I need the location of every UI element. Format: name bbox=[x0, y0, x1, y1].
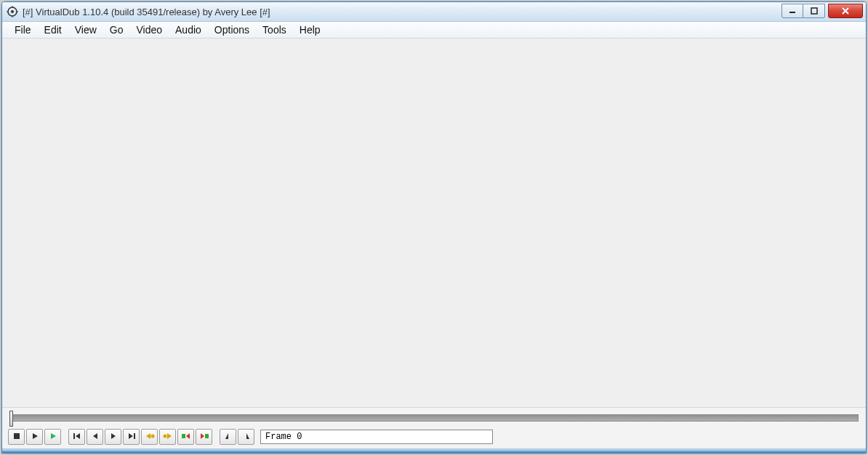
minimize-button[interactable] bbox=[781, 4, 803, 18]
svg-marker-24 bbox=[186, 433, 190, 439]
step-back-icon bbox=[91, 432, 100, 443]
menu-go[interactable]: Go bbox=[103, 23, 130, 37]
menu-options[interactable]: Options bbox=[208, 23, 256, 37]
mark-out-button[interactable] bbox=[238, 429, 254, 445]
svg-rect-23 bbox=[182, 434, 185, 438]
app-window: [#] VirtualDub 1.10.4 (build 35491/relea… bbox=[1, 1, 867, 454]
step-forward-button[interactable] bbox=[105, 429, 121, 445]
play-icon bbox=[31, 432, 39, 443]
menu-audio[interactable]: Audio bbox=[169, 23, 208, 37]
scene-next-icon bbox=[199, 432, 209, 443]
menu-edit[interactable]: Edit bbox=[38, 23, 68, 37]
svg-rect-26 bbox=[205, 434, 209, 438]
close-button[interactable] bbox=[828, 4, 863, 18]
frame-display: Frame 0 bbox=[260, 430, 493, 444]
caption-buttons bbox=[781, 4, 863, 18]
svg-marker-15 bbox=[93, 433, 97, 439]
playback-toolbar: Frame 0 bbox=[2, 427, 866, 448]
svg-rect-10 bbox=[14, 433, 20, 439]
svg-marker-14 bbox=[76, 433, 80, 439]
svg-marker-19 bbox=[146, 433, 150, 439]
svg-point-1 bbox=[11, 10, 14, 13]
scene-prev-button[interactable] bbox=[177, 429, 194, 445]
menubar: File Edit View Go Video Audio Options To… bbox=[2, 22, 866, 39]
frame-label: Frame 0 bbox=[265, 432, 302, 442]
timeline bbox=[2, 408, 866, 427]
menu-help[interactable]: Help bbox=[293, 23, 327, 37]
svg-point-21 bbox=[163, 434, 166, 438]
seek-start-button[interactable] bbox=[68, 429, 85, 445]
menu-view[interactable]: View bbox=[68, 23, 103, 37]
svg-marker-12 bbox=[51, 433, 56, 439]
play-output-icon bbox=[49, 432, 57, 443]
menu-tools[interactable]: Tools bbox=[256, 23, 293, 37]
window-title: [#] VirtualDub 1.10.4 (build 35491/relea… bbox=[23, 7, 781, 17]
video-panes bbox=[2, 39, 866, 408]
play-input-button[interactable] bbox=[26, 429, 43, 445]
window-border-bottom bbox=[2, 448, 866, 453]
timeline-thumb[interactable] bbox=[9, 411, 13, 427]
menu-video[interactable]: Video bbox=[129, 23, 169, 37]
svg-marker-25 bbox=[201, 433, 204, 439]
step-back-button[interactable] bbox=[87, 429, 103, 445]
menu-file[interactable]: File bbox=[8, 23, 38, 37]
scene-next-button[interactable] bbox=[196, 429, 212, 445]
seek-end-icon bbox=[127, 432, 136, 443]
step-forward-icon bbox=[109, 432, 118, 443]
timeline-track[interactable] bbox=[9, 414, 859, 422]
svg-rect-13 bbox=[73, 433, 75, 439]
stop-button[interactable] bbox=[8, 429, 25, 445]
key-prev-icon bbox=[145, 432, 155, 443]
seek-start-icon bbox=[73, 432, 81, 443]
key-next-icon bbox=[163, 432, 173, 443]
app-icon bbox=[7, 6, 18, 17]
maximize-button[interactable] bbox=[803, 4, 825, 18]
seek-end-button[interactable] bbox=[123, 429, 140, 445]
svg-marker-11 bbox=[33, 433, 38, 439]
svg-rect-18 bbox=[134, 433, 135, 439]
key-next-button[interactable] bbox=[159, 429, 176, 445]
titlebar[interactable]: [#] VirtualDub 1.10.4 (build 35491/relea… bbox=[2, 2, 866, 22]
svg-rect-7 bbox=[811, 8, 817, 14]
play-output-button[interactable] bbox=[44, 429, 61, 445]
mark-in-button[interactable] bbox=[220, 429, 236, 445]
svg-point-20 bbox=[150, 434, 154, 438]
svg-marker-22 bbox=[167, 433, 172, 439]
key-prev-button[interactable] bbox=[141, 429, 158, 445]
stop-icon bbox=[12, 432, 21, 443]
mark-out-icon bbox=[242, 432, 251, 443]
mark-in-icon bbox=[224, 432, 233, 443]
scene-prev-icon bbox=[181, 432, 191, 443]
svg-marker-16 bbox=[111, 433, 116, 439]
svg-marker-17 bbox=[129, 433, 133, 439]
